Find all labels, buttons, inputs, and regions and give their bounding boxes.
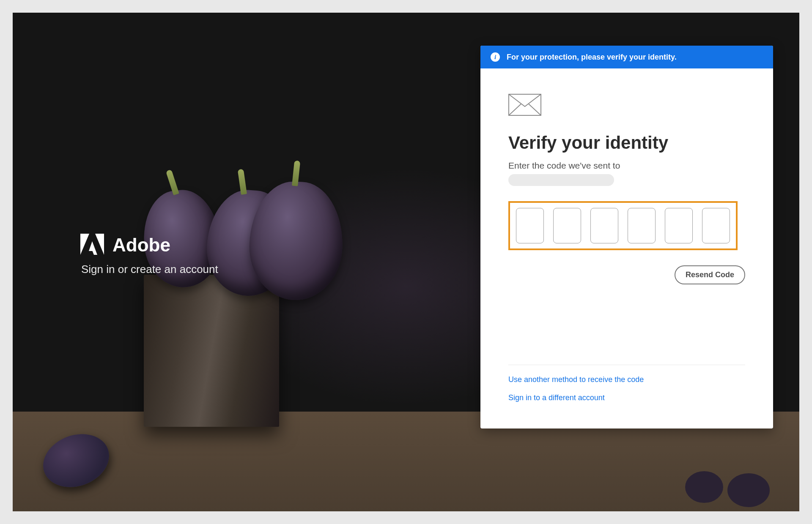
- background-prop-tin: [144, 275, 279, 427]
- code-digit-2[interactable]: [553, 208, 581, 243]
- code-digit-1[interactable]: [516, 208, 544, 243]
- redacted-email: [508, 174, 614, 186]
- code-input-group: [508, 201, 738, 250]
- info-icon: i: [491, 52, 500, 62]
- info-banner-text: For your protection, please verify your …: [507, 53, 677, 62]
- brand-block: Adobe: [80, 234, 170, 257]
- card-title: Verify your identity: [508, 133, 745, 153]
- info-banner: i For your protection, please verify you…: [480, 46, 773, 68]
- sign-in-different-account-link[interactable]: Sign in to a different account: [508, 393, 745, 402]
- envelope-icon: [508, 94, 745, 133]
- verify-identity-card: i For your protection, please verify you…: [480, 46, 773, 428]
- brand-name: Adobe: [112, 235, 170, 256]
- code-digit-6[interactable]: [702, 208, 730, 243]
- brand-subtitle: Sign in or create an account: [81, 263, 218, 276]
- app-frame: Adobe Sign in or create an account i For…: [13, 13, 799, 511]
- resend-code-button[interactable]: Resend Code: [675, 265, 745, 284]
- resend-row: Resend Code: [508, 265, 745, 284]
- card-body: Verify your identity Enter the code we'v…: [480, 68, 773, 428]
- use-another-method-link[interactable]: Use another method to receive the code: [508, 375, 745, 384]
- card-subtitle: Enter the code we've sent to: [508, 161, 745, 171]
- code-digit-5[interactable]: [665, 208, 693, 243]
- background-prop-fig: [685, 471, 723, 503]
- adobe-logo-icon: [80, 234, 104, 257]
- code-digit-3[interactable]: [590, 208, 618, 243]
- divider: [508, 365, 745, 365]
- background-prop-fig: [727, 473, 770, 507]
- code-digit-4[interactable]: [628, 208, 656, 243]
